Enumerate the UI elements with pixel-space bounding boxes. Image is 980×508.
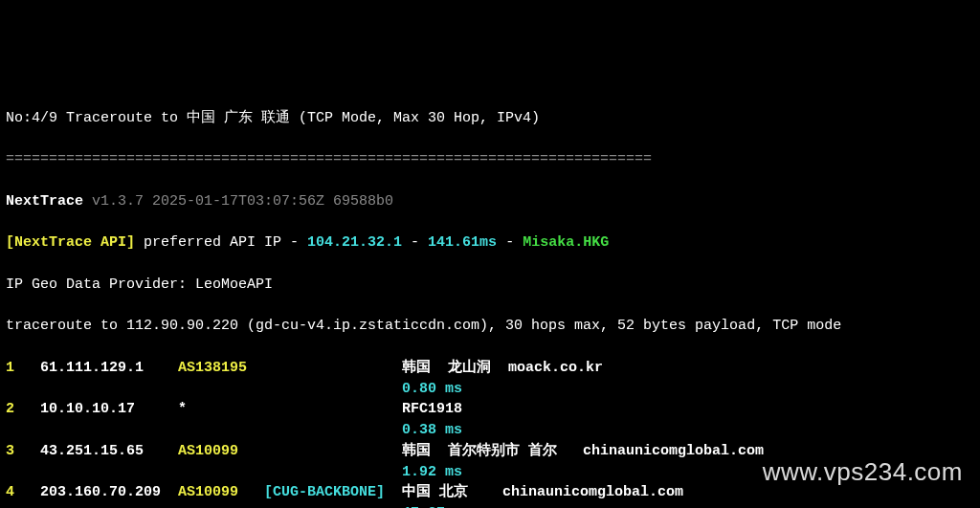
hop-location: RFC1918 — [402, 399, 462, 420]
hop-number: 1 — [6, 358, 40, 379]
title-prefix: No:4/9 Traceroute to — [6, 110, 187, 126]
api-latency: 141.61ms — [428, 234, 497, 251]
hop-row: 210.10.10.17*RFC1918 — [6, 399, 974, 420]
title-suffix: (TCP Mode, Max 30 Hop, IPv4) — [290, 110, 540, 126]
hop-latency-row: 0.80 ms — [6, 379, 974, 400]
hop-ip: 61.111.129.1 — [40, 358, 178, 379]
api-ip: 104.21.32.1 — [307, 234, 402, 251]
program-name: NextTrace — [6, 193, 83, 210]
hop-asn: AS10099 — [178, 482, 264, 503]
hop-location: 韩国 首尔特别市 首尔 chinaunicomglobal.com — [402, 441, 764, 462]
api-line: [NextTrace API] preferred API IP - 104.2… — [6, 232, 974, 254]
hop-number: 4 — [6, 482, 40, 503]
program-line: NextTrace v1.3.7 2025-01-17T03:07:56Z 69… — [6, 191, 974, 212]
hops-container: 161.111.129.1AS138195韩国 龙山洞 moack.co.kr0… — [6, 358, 974, 508]
hop-row: 4203.160.70.209AS10099[CUG-BACKBONE]中国 北… — [6, 482, 974, 503]
separator-line: ========================================… — [6, 149, 974, 170]
hop-ip: 203.160.70.209 — [40, 482, 178, 503]
hop-latency: 0.80 ms — [402, 381, 462, 397]
hop-ip: 43.251.15.65 — [40, 441, 178, 462]
hop-row: 161.111.129.1AS138195韩国 龙山洞 moack.co.kr — [6, 358, 974, 379]
api-host: Misaka.HKG — [523, 234, 609, 251]
hop-number: 2 — [6, 399, 40, 420]
hop-ip: 10.10.10.17 — [40, 399, 178, 420]
hop-asn: AS138195 — [178, 358, 264, 379]
hop-asn: AS10099 — [178, 441, 264, 462]
hop-latency-row: 0.38 ms — [6, 420, 974, 441]
hop-number: 3 — [6, 441, 40, 462]
terminal-output: No:4/9 Traceroute to 中国 广东 联通 (TCP Mode,… — [6, 87, 974, 508]
title-line: No:4/9 Traceroute to 中国 广东 联通 (TCP Mode,… — [6, 108, 974, 129]
hop-latency-row: 1.92 ms — [6, 462, 974, 483]
title-cn: 中国 广东 联通 — [187, 110, 290, 126]
hop-latency: 1.92 ms — [402, 464, 462, 480]
hop-latency: 0.38 ms — [402, 422, 462, 438]
geo-provider-line: IP Geo Data Provider: LeoMoeAPI — [6, 275, 974, 296]
trace-line: traceroute to 112.90.90.220 (gd-cu-v4.ip… — [6, 316, 974, 337]
hop-location: 韩国 龙山洞 moack.co.kr — [402, 358, 603, 379]
hop-location: 中国 北京 chinaunicomglobal.com — [402, 482, 683, 503]
hop-row: 343.251.15.65AS10099韩国 首尔特别市 首尔 chinauni… — [6, 441, 974, 462]
hop-tag: [CUG-BACKBONE] — [264, 482, 402, 503]
hop-latency-row: 47.27 ms — [6, 503, 974, 508]
hop-asn: * — [178, 399, 264, 420]
api-label: [NextTrace API] — [6, 234, 135, 251]
api-text: preferred API IP - — [135, 234, 307, 251]
program-version: v1.3.7 2025-01-17T03:07:56Z 69588b0 — [92, 193, 393, 210]
